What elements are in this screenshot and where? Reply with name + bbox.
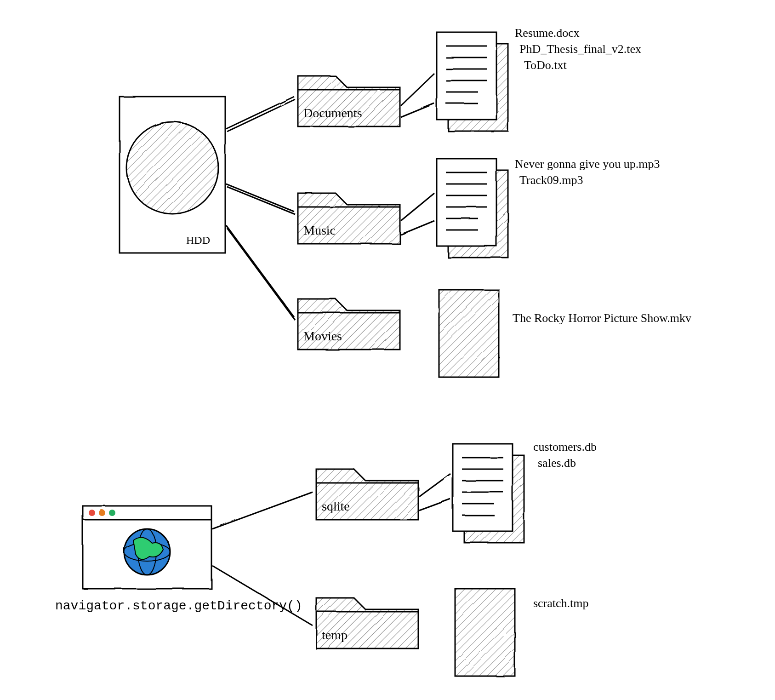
documents-file-connector (401, 74, 434, 117)
music-file-0: Never gonna give you up.mp3 (515, 157, 660, 171)
folder-sqlite-label: sqlite (322, 499, 350, 513)
music-file-connector (401, 193, 434, 235)
hdd-connectors (226, 97, 295, 320)
movies-file-0: The Rocky Horror Picture Show.mkv (513, 311, 691, 325)
temp-file-0: scratch.tmp (533, 597, 589, 610)
sqlite-file-1: sales.db (538, 456, 576, 470)
music-file-stack (437, 159, 508, 258)
folder-music-label: Music (303, 223, 336, 237)
documents-file-stack (437, 32, 508, 131)
temp-file (455, 589, 515, 676)
sqlite-file-connector (419, 474, 450, 511)
svg-line-22 (401, 193, 434, 221)
browser-api-label: navigator.storage.getDirectory() (55, 599, 302, 613)
folder-movies-label: Movies (303, 329, 342, 343)
svg-point-37 (99, 510, 105, 516)
sqlite-file-0: customers.db (533, 440, 597, 453)
folder-documents-label: Documents (303, 106, 362, 120)
hdd-icon (120, 97, 225, 253)
svg-line-45 (419, 474, 450, 497)
folder-temp-label: temp (322, 628, 348, 642)
svg-line-46 (419, 499, 450, 511)
svg-point-3 (126, 122, 218, 214)
music-file-1: Track09.mp3 (519, 173, 583, 187)
svg-line-11 (401, 74, 434, 106)
svg-line-4 (226, 97, 294, 129)
svg-line-7 (227, 187, 295, 214)
svg-line-42 (212, 492, 313, 529)
svg-rect-33 (439, 290, 499, 377)
documents-file-2: ToDo.txt (524, 58, 567, 72)
documents-file-1: PhD_Thesis_final_v2.tex (519, 42, 641, 56)
svg-point-36 (89, 510, 95, 516)
svg-line-5 (227, 99, 295, 132)
hdd-label: HDD (186, 234, 210, 246)
svg-rect-56 (455, 589, 515, 676)
movies-file (439, 290, 499, 377)
documents-file-0: Resume.docx (515, 26, 580, 40)
svg-line-9 (227, 228, 295, 320)
svg-line-6 (226, 184, 294, 212)
svg-line-8 (226, 225, 294, 317)
sqlite-file-stack (453, 444, 524, 543)
svg-point-38 (109, 510, 115, 516)
svg-line-43 (212, 566, 313, 625)
browser-window-icon (83, 506, 211, 589)
svg-line-23 (401, 221, 434, 235)
svg-line-12 (401, 103, 434, 117)
